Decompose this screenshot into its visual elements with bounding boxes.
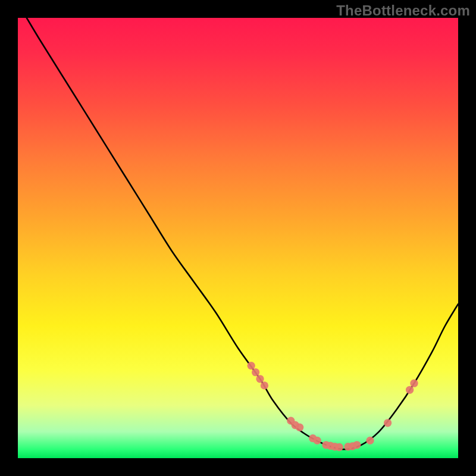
curve-markers [248,362,418,451]
curve-marker [410,380,418,387]
curve-marker [406,386,414,394]
curve-marker [384,419,392,427]
curve-marker [296,424,303,431]
curve-marker [261,381,268,389]
chart-svg [18,18,458,458]
curve-marker [366,437,374,444]
curve-marker [336,443,343,451]
curve-marker [314,437,321,444]
curve-marker [248,362,255,369]
curve-marker [256,375,264,383]
curve-marker [252,368,259,376]
chart-frame: TheBottleneck.com [0,0,476,476]
bottleneck-curve [27,18,458,449]
plot-area [18,18,458,458]
watermark-text: TheBottleneck.com [336,2,470,19]
curve-marker [353,441,361,449]
